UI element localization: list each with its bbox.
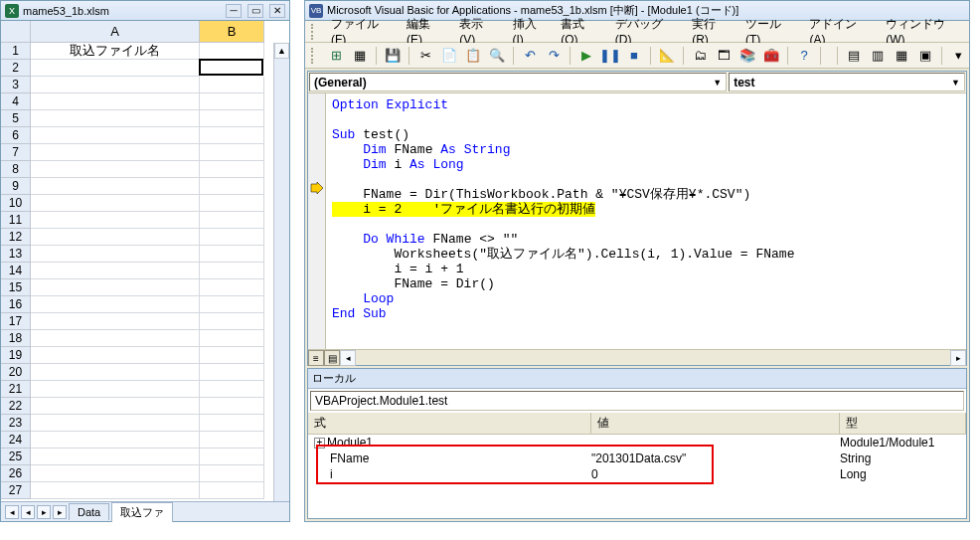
excel-row[interactable]: 11	[1, 212, 289, 229]
row-header[interactable]: 19	[1, 347, 31, 364]
cell[interactable]	[200, 347, 264, 364]
excel-row[interactable]: 23	[1, 415, 289, 432]
run-button[interactable]: ▶	[575, 45, 597, 67]
cell[interactable]	[31, 415, 200, 432]
paste-button[interactable]: 📋	[462, 45, 484, 67]
excel-row[interactable]: 14	[1, 263, 289, 279]
locals-header-value[interactable]: 値	[591, 413, 840, 434]
scroll-right-button[interactable]: ▸	[950, 350, 966, 366]
row-header[interactable]: 18	[1, 330, 31, 347]
cell[interactable]	[200, 229, 264, 246]
cell[interactable]	[31, 144, 200, 161]
cell[interactable]	[200, 482, 264, 499]
cell[interactable]	[31, 212, 200, 229]
cell[interactable]	[200, 330, 264, 347]
cell[interactable]	[31, 449, 200, 465]
cell[interactable]	[31, 93, 200, 110]
excel-row[interactable]: 6	[1, 127, 289, 144]
close-button[interactable]: ✕	[269, 4, 285, 18]
row-header[interactable]: 26	[1, 465, 31, 482]
cell[interactable]	[31, 195, 200, 212]
excel-row[interactable]: 17	[1, 313, 289, 330]
cell[interactable]	[31, 263, 200, 279]
tile-vertical-button[interactable]: ▥	[867, 45, 889, 67]
vbe-window[interactable]: VB Microsoft Visual Basic for Applicatio…	[304, 0, 970, 522]
project-explorer-button[interactable]: 🗂	[689, 45, 711, 67]
cell[interactable]	[31, 364, 200, 381]
row-header[interactable]: 27	[1, 482, 31, 499]
copy-button[interactable]: 📄	[438, 45, 460, 67]
find-button[interactable]: 🔍	[486, 45, 508, 67]
cell[interactable]	[31, 60, 200, 77]
row-header[interactable]: 20	[1, 364, 31, 381]
cell[interactable]	[31, 398, 200, 415]
cell[interactable]	[200, 415, 264, 432]
cell[interactable]	[200, 449, 264, 465]
row-header[interactable]: 6	[1, 127, 31, 144]
cell[interactable]	[31, 110, 200, 127]
cell[interactable]	[31, 482, 200, 499]
row-header[interactable]: 8	[1, 161, 31, 178]
cell[interactable]	[31, 347, 200, 364]
procedure-dropdown[interactable]: test ▼	[729, 73, 965, 91]
cell[interactable]	[200, 43, 264, 60]
excel-row[interactable]: 12	[1, 229, 289, 246]
row-header[interactable]: 16	[1, 296, 31, 313]
cell[interactable]	[200, 381, 264, 398]
row-header[interactable]: 15	[1, 279, 31, 296]
tab-nav-first[interactable]: ◂	[5, 505, 19, 519]
tab-nav-last[interactable]: ▸	[53, 505, 67, 519]
vbe-menubar[interactable]: ファイル(F) 編集(E) 表示(V) 挿入(I) 書式(O) デバッグ(D) …	[305, 21, 969, 43]
more-button[interactable]: ▾	[947, 45, 969, 67]
excel-row[interactable]: 10	[1, 195, 289, 212]
design-mode-button[interactable]: 📐	[656, 45, 678, 67]
excel-row[interactable]: 21	[1, 381, 289, 398]
excel-row[interactable]: 5	[1, 110, 289, 127]
excel-workbook-window[interactable]: X mame53_1b.xlsm ─ ▭ ✕ A B 1取込ファイル名23456…	[0, 0, 290, 522]
excel-titlebar[interactable]: X mame53_1b.xlsm ─ ▭ ✕	[1, 1, 289, 21]
sheet-tab-data[interactable]: Data	[69, 503, 109, 520]
cell[interactable]	[31, 178, 200, 195]
object-browser-button[interactable]: 📚	[736, 45, 758, 67]
excel-row[interactable]: 4	[1, 93, 289, 110]
minimize-button[interactable]: ─	[226, 4, 242, 18]
tab-nav-next[interactable]: ▸	[37, 505, 51, 519]
vbe-toolbar[interactable]: ⊞ ▦ 💾 ✂ 📄 📋 🔍 ↶ ↷ ▶ ❚❚ ■ 📐 🗂 🗔 📚 🧰 ?	[305, 43, 969, 69]
cell[interactable]	[31, 432, 200, 449]
row-header[interactable]: 22	[1, 398, 31, 415]
excel-row[interactable]: 9	[1, 178, 289, 195]
redo-button[interactable]: ↷	[543, 45, 565, 67]
scroll-left-button[interactable]: ◂	[340, 350, 356, 366]
cell[interactable]	[200, 279, 264, 296]
cell[interactable]	[200, 161, 264, 178]
cascade-button[interactable]: ▦	[891, 45, 912, 67]
row-header[interactable]: 9	[1, 178, 31, 195]
full-module-view-button[interactable]: ▤	[324, 350, 340, 366]
help-button[interactable]: ?	[793, 45, 815, 67]
excel-row[interactable]: 1取込ファイル名	[1, 43, 289, 60]
cell[interactable]	[31, 161, 200, 178]
row-header[interactable]: 24	[1, 432, 31, 449]
row-header[interactable]: 1	[1, 43, 31, 60]
cell[interactable]	[200, 144, 264, 161]
excel-row[interactable]: 26	[1, 465, 289, 482]
restore-button[interactable]: ▭	[247, 4, 263, 18]
code-margin[interactable]	[308, 93, 326, 349]
cell[interactable]	[200, 364, 264, 381]
excel-row[interactable]: 22	[1, 398, 289, 415]
locals-header-expression[interactable]: 式	[308, 413, 591, 434]
row-header[interactable]: 14	[1, 263, 31, 279]
row-header[interactable]: 3	[1, 77, 31, 93]
row-header[interactable]: 21	[1, 381, 31, 398]
arrange-button[interactable]: ▣	[914, 45, 936, 67]
cell[interactable]	[31, 77, 200, 93]
expand-icon[interactable]: +	[314, 438, 325, 449]
excel-row[interactable]: 27	[1, 482, 289, 499]
row-header[interactable]: 10	[1, 195, 31, 212]
code-pane[interactable]: (General) ▼ test ▼ Option Explicit Sub	[307, 71, 967, 366]
cell[interactable]	[31, 246, 200, 263]
cell[interactable]	[200, 195, 264, 212]
row-header[interactable]: 23	[1, 415, 31, 432]
cell[interactable]	[200, 110, 264, 127]
object-dropdown[interactable]: (General) ▼	[309, 73, 727, 91]
